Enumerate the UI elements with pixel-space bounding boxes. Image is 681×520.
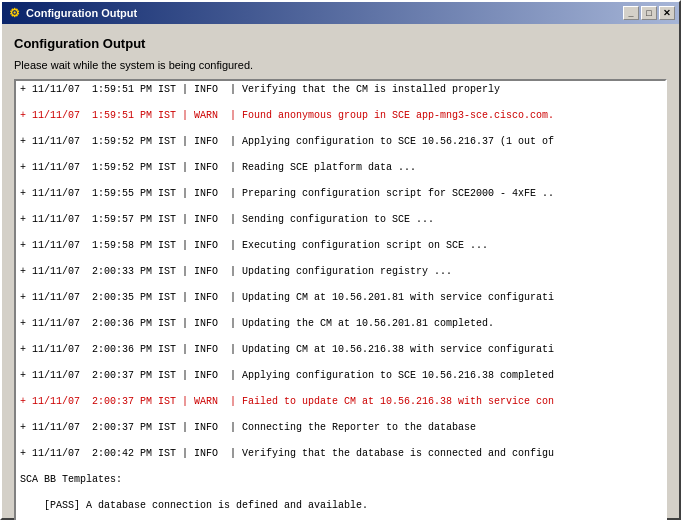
page-title: Configuration Output	[14, 36, 667, 51]
log-line: + 11/11/07 2:00:42 PM IST | INFO | Verif…	[20, 447, 661, 460]
maximize-button[interactable]: □	[641, 6, 657, 20]
log-line: + 11/11/07 2:00:36 PM IST | INFO | Updat…	[20, 343, 661, 356]
log-line: + 11/11/07 1:59:57 PM IST | INFO | Sendi…	[20, 213, 661, 226]
title-bar-left: ⚙ Configuration Output	[6, 5, 137, 21]
log-container: + 11/11/07 1:59:51 PM IST | INFO | Verif…	[14, 79, 667, 520]
app-icon: ⚙	[6, 5, 22, 21]
log-line: + 11/11/07 1:59:52 PM IST | INFO | Readi…	[20, 161, 661, 174]
log-line: SCA BB Templates:	[20, 473, 661, 486]
window-close-button[interactable]: ✕	[659, 6, 675, 20]
title-bar: ⚙ Configuration Output _ □ ✕	[2, 2, 679, 24]
main-window: ⚙ Configuration Output _ □ ✕ Configurati…	[0, 0, 681, 520]
log-line: + 11/11/07 1:59:55 PM IST | INFO | Prepa…	[20, 187, 661, 200]
log-line: + 11/11/07 2:00:37 PM IST | WARN | Faile…	[20, 395, 661, 408]
title-controls: _ □ ✕	[623, 6, 675, 20]
log-line: + 11/11/07 1:59:51 PM IST | WARN | Found…	[20, 109, 661, 122]
log-line: + 11/11/07 2:00:36 PM IST | INFO | Updat…	[20, 317, 661, 330]
log-line: + 11/11/07 1:59:51 PM IST | INFO | Verif…	[20, 83, 661, 96]
log-line: + 11/11/07 2:00:37 PM IST | INFO | Conne…	[20, 421, 661, 434]
description-text: Please wait while the system is being co…	[14, 59, 667, 71]
log-line: + 11/11/07 2:00:33 PM IST | INFO | Updat…	[20, 265, 661, 278]
log-line: + 11/11/07 1:59:52 PM IST | INFO | Apply…	[20, 135, 661, 148]
content-area: Configuration Output Please wait while t…	[2, 24, 679, 520]
log-output[interactable]: + 11/11/07 1:59:51 PM IST | INFO | Verif…	[16, 81, 665, 520]
log-line: + 11/11/07 1:59:58 PM IST | INFO | Execu…	[20, 239, 661, 252]
log-line: [PASS] A database connection is defined …	[20, 499, 661, 512]
log-line: + 11/11/07 2:00:35 PM IST | INFO | Updat…	[20, 291, 661, 304]
window-title: Configuration Output	[26, 7, 137, 19]
minimize-button[interactable]: _	[623, 6, 639, 20]
log-line: + 11/11/07 2:00:37 PM IST | INFO | Apply…	[20, 369, 661, 382]
